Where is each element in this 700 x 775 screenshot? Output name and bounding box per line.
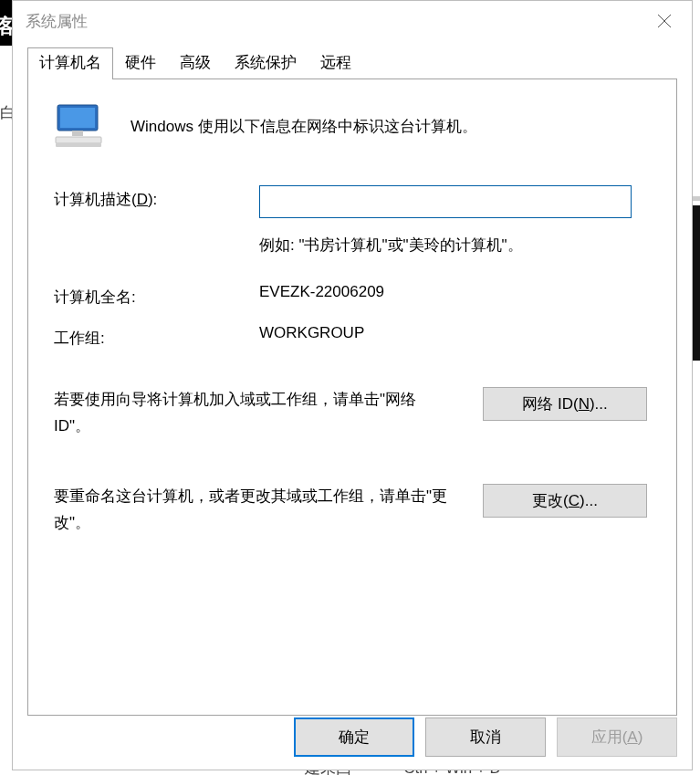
cancel-button[interactable]: 取消 <box>425 717 546 757</box>
apply-button[interactable]: 应用(A) <box>557 717 677 757</box>
intro-text: Windows 使用以下信息在网络中标识这台计算机。 <box>131 116 477 137</box>
titlebar: 系统属性 <box>13 1 692 41</box>
window-title: 系统属性 <box>26 11 88 32</box>
value-full-computer-name: EVEZK-22006209 <box>259 283 651 308</box>
bg-right-fragment <box>693 205 700 361</box>
dialog-footer: 确定 取消 应用(A) <box>27 717 677 757</box>
change-text: 要重命名这台计算机，或者更改其域或工作组，请单击"更改"。 <box>54 484 483 537</box>
svg-rect-5 <box>56 137 101 143</box>
tab-advanced[interactable]: 高级 <box>168 47 223 79</box>
close-button[interactable] <box>637 1 692 41</box>
network-id-button[interactable]: 网络 ID(N)... <box>483 387 647 421</box>
computer-description-input[interactable] <box>259 185 632 218</box>
label-computer-description: 计算机描述(D): <box>54 185 259 218</box>
svg-rect-4 <box>72 131 83 136</box>
label-full-computer-name: 计算机全名: <box>54 283 259 308</box>
computer-description-hint: 例如: "书房计算机"或"美玲的计算机"。 <box>259 235 651 256</box>
tab-page: Windows 使用以下信息在网络中标识这台计算机。 计算机描述(D): 例如:… <box>27 79 677 716</box>
tab-system-protect[interactable]: 系统保护 <box>223 47 308 79</box>
tab-computer-name[interactable]: 计算机名 <box>27 47 113 79</box>
tab-remote[interactable]: 远程 <box>308 47 363 79</box>
value-workgroup: WORKGROUP <box>259 324 651 349</box>
computer-icon <box>54 103 103 149</box>
system-properties-dialog: 系统属性 计算机名 硬件 高级 系统保护 远程 <box>12 0 693 770</box>
dialog-client-area: 计算机名 硬件 高级 系统保护 远程 Windows 使用以下信息在网络中标识这… <box>13 41 692 770</box>
label-workgroup: 工作组: <box>54 324 259 349</box>
change-button[interactable]: 更改(C)... <box>483 484 647 518</box>
tab-strip: 计算机名 硬件 高级 系统保护 远程 <box>27 47 677 79</box>
ok-button[interactable]: 确定 <box>294 717 414 757</box>
svg-rect-6 <box>56 143 101 147</box>
tab-hardware[interactable]: 硬件 <box>113 47 168 79</box>
svg-rect-3 <box>60 108 95 128</box>
close-icon <box>657 14 672 28</box>
network-id-text: 若要使用向导将计算机加入域或工作组，请单击"网络 ID"。 <box>54 387 483 440</box>
